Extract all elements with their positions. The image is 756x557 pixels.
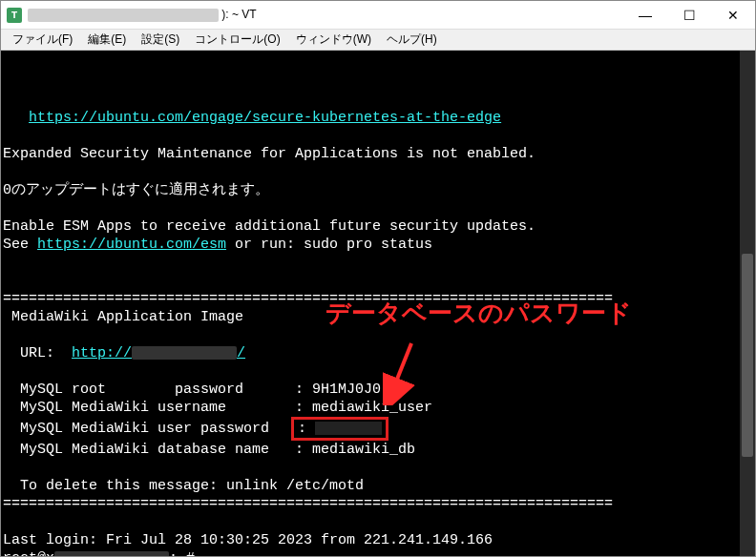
maximize-button[interactable]: ☐ [667, 1, 711, 30]
see-line-suffix: or run: sudo pro status [226, 237, 432, 253]
minimize-button[interactable]: ― [623, 1, 667, 30]
mysql-root-label: MySQL root password : [3, 382, 312, 398]
window-titlebar: T ): ~ VT ― ☐ ✕ [1, 1, 755, 30]
window-title: ): ~ VT [28, 8, 257, 22]
redacted-title [28, 9, 219, 22]
app-icon: T [7, 8, 22, 23]
mysql-pw-highlight: : [291, 417, 388, 441]
mysql-db-label: MySQL MediaWiki database name : [3, 442, 312, 458]
mysql-user-label: MySQL MediaWiki username : [3, 400, 312, 416]
prompt-prefix: root@x [3, 550, 54, 557]
url-label: URL: [3, 345, 72, 361]
divider-bottom: ========================================… [3, 496, 613, 512]
esm-status-line: Expanded Security Maintenance for Applic… [3, 146, 536, 162]
mysql-pw-label: MySQL MediaWiki user password [3, 421, 295, 437]
scrollbar-thumb[interactable] [742, 254, 753, 457]
menu-file[interactable]: ファイル(F) [5, 30, 80, 50]
terminal[interactable]: https://ubuntu.com/engage/secure-kuberne… [1, 51, 755, 557]
redacted-host [54, 551, 169, 557]
mysql-root-value: 9H1MJ0J0 [312, 382, 381, 398]
app-url[interactable]: http:/// [72, 345, 245, 361]
menu-edit[interactable]: 編集(E) [80, 30, 134, 50]
updates-line: 0のアップデートはすぐに適用されます。 [3, 182, 269, 198]
mysql-user-value: mediawiki_user [312, 400, 432, 416]
menubar: ファイル(F) 編集(E) 設定(S) コントロール(O) ウィンドウ(W) ヘ… [1, 30, 755, 51]
see-line-prefix: See [3, 237, 37, 253]
menu-window[interactable]: ウィンドウ(W) [288, 30, 379, 50]
mysql-db-value: mediawiki_db [312, 442, 415, 458]
enable-esm-line: Enable ESM Apps to receive additional fu… [3, 218, 536, 235]
link-esm[interactable]: https://ubuntu.com/esm [37, 237, 226, 253]
redacted-password [315, 422, 382, 435]
menu-settings[interactable]: 設定(S) [134, 30, 187, 50]
menu-control[interactable]: コントロール(O) [187, 30, 287, 50]
redacted-ip [132, 346, 237, 360]
annotation-label: データベースのパスワード [326, 304, 632, 322]
link-kubernetes[interactable]: https://ubuntu.com/engage/secure-kuberne… [29, 110, 501, 126]
close-button[interactable]: ✕ [711, 1, 755, 30]
last-login-line: Last login: Fri Jul 28 10:30:25 2023 fro… [3, 532, 493, 548]
window-title-suffix: ): ~ VT [221, 8, 256, 21]
window-controls: ― ☐ ✕ [623, 1, 755, 30]
motd-title: MediaWiki Application Image [3, 309, 243, 325]
prompt-suffix: :~# [169, 550, 195, 557]
menu-help[interactable]: ヘルプ(H) [379, 30, 445, 50]
terminal-scrollbar[interactable] [740, 51, 755, 557]
delete-motd-line: To delete this message: unlink /etc/motd [3, 478, 364, 494]
